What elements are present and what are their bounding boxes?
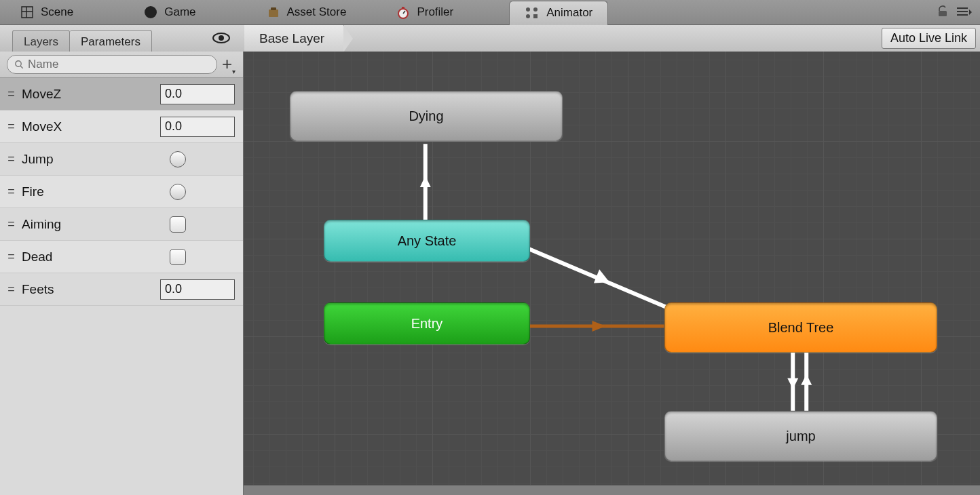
svg-marker-17 [420, 176, 431, 187]
parameter-name: Aiming [18, 217, 170, 232]
parameter-row[interactable]: = MoveZ 0.0 [0, 78, 243, 111]
svg-point-15 [16, 61, 21, 66]
profiler-icon [396, 5, 410, 19]
state-node-jump[interactable]: jump [664, 411, 937, 461]
state-node-any-state[interactable]: Any State [324, 220, 530, 262]
tab-asset-store[interactable]: Asset Store [252, 0, 362, 24]
subtab-label: Parameters [81, 35, 140, 49]
parameter-name: Feets [18, 282, 160, 297]
parameter-row[interactable]: = Dead [0, 241, 243, 273]
parameters-panel: Name +▾ = MoveZ 0.0 = MoveX 0.0 = Jump [0, 52, 244, 495]
drag-handle-icon[interactable]: = [4, 119, 18, 134]
tab-label: Profiler [417, 5, 453, 19]
parameter-trigger-radio[interactable] [170, 184, 186, 200]
node-label: jump [786, 429, 815, 444]
animator-icon [525, 6, 540, 20]
svg-rect-2 [271, 7, 276, 10]
lock-icon[interactable] [937, 5, 949, 18]
svg-rect-1 [269, 9, 278, 17]
parameter-bool-checkbox[interactable] [170, 249, 186, 265]
parameter-row[interactable]: = Aiming [0, 208, 243, 241]
svg-marker-19 [594, 269, 613, 288]
state-node-dying[interactable]: Dying [290, 91, 563, 141]
svg-point-6 [533, 7, 538, 12]
search-icon [14, 60, 24, 69]
node-label: Entry [411, 316, 443, 332]
drag-handle-icon[interactable]: = [4, 217, 18, 231]
drag-handle-icon[interactable]: = [4, 152, 18, 166]
subtab-parameters[interactable]: Parameters [70, 30, 152, 52]
panel-options-icon[interactable] [957, 7, 972, 16]
subtab-label: Layers [24, 35, 58, 49]
drag-handle-icon[interactable]: = [4, 282, 18, 296]
add-parameter-button[interactable]: +▾ [221, 54, 236, 75]
scene-icon [20, 5, 34, 19]
animator-graph[interactable]: Dying Any State Entry Blend Tree jump [244, 52, 980, 495]
auto-live-link-button[interactable]: Auto Live Link [882, 28, 976, 49]
parameter-name: MoveZ [18, 87, 160, 102]
parameter-row[interactable]: = Jump [0, 143, 243, 176]
parameter-list: = MoveZ 0.0 = MoveX 0.0 = Jump = Fire [0, 78, 243, 495]
tab-scene[interactable]: Scene [5, 0, 88, 24]
state-node-entry[interactable]: Entry [324, 302, 530, 344]
parameter-row[interactable]: = MoveX 0.0 [0, 111, 243, 143]
breadcrumb: Base Layer [244, 25, 344, 52]
svg-rect-11 [957, 11, 968, 12]
parameter-bool-checkbox[interactable] [170, 216, 186, 233]
drag-handle-icon[interactable]: = [4, 87, 18, 101]
node-label: Blend Tree [768, 320, 834, 336]
svg-marker-21 [592, 321, 606, 332]
state-node-blend-tree[interactable]: Blend Tree [664, 302, 937, 353]
tab-animator[interactable]: Animator [509, 1, 608, 25]
breadcrumb-item[interactable]: Base Layer [244, 25, 344, 52]
svg-marker-25 [801, 374, 812, 385]
tab-game[interactable]: Game [129, 0, 210, 24]
svg-point-14 [219, 35, 224, 41]
horizontal-scrollbar[interactable] [244, 485, 980, 495]
parameter-row[interactable]: = Feets 0.0 [0, 273, 243, 306]
auto-live-link-label: Auto Live Link [890, 31, 967, 45]
node-label: Dying [409, 108, 443, 124]
breadcrumb-label: Base Layer [259, 31, 324, 46]
window-tab-strip: Scene Game Asset Store Profiler Animator [0, 0, 980, 25]
svg-marker-23 [787, 378, 798, 389]
svg-rect-4 [402, 7, 404, 9]
svg-point-7 [526, 14, 530, 18]
svg-line-18 [518, 244, 678, 312]
svg-rect-9 [939, 11, 947, 16]
svg-rect-12 [957, 14, 968, 16]
parameter-name: Fire [18, 184, 170, 199]
svg-rect-8 [533, 14, 538, 18]
animator-toolbar: Layers Parameters Base Layer Auto Live L… [0, 25, 980, 53]
parameter-value-field[interactable]: 0.0 [160, 117, 235, 137]
subtab-layers[interactable]: Layers [12, 30, 70, 52]
tab-label: Scene [41, 5, 73, 19]
tab-label: Animator [546, 6, 592, 20]
drag-handle-icon[interactable]: = [4, 250, 18, 264]
parameter-value-field[interactable]: 0.0 [160, 279, 235, 300]
drag-handle-icon[interactable]: = [4, 184, 18, 199]
tab-profiler[interactable]: Profiler [381, 0, 468, 24]
search-placeholder: Name [28, 58, 58, 71]
asset-store-icon [267, 5, 280, 19]
svg-point-5 [526, 7, 530, 12]
visibility-icon[interactable] [212, 31, 231, 45]
parameter-trigger-radio[interactable] [170, 151, 186, 167]
parameter-name: Jump [18, 152, 170, 167]
parameter-name: MoveX [18, 119, 160, 134]
game-icon [144, 5, 157, 19]
parameter-row[interactable]: = Fire [0, 176, 243, 208]
tab-label: Game [164, 5, 195, 19]
parameter-search-input[interactable]: Name [7, 55, 217, 74]
parameter-name: Dead [18, 250, 170, 264]
tab-label: Asset Store [287, 5, 347, 19]
node-label: Any State [398, 233, 457, 249]
parameter-value-field[interactable]: 0.0 [160, 84, 235, 104]
svg-rect-10 [957, 7, 968, 9]
